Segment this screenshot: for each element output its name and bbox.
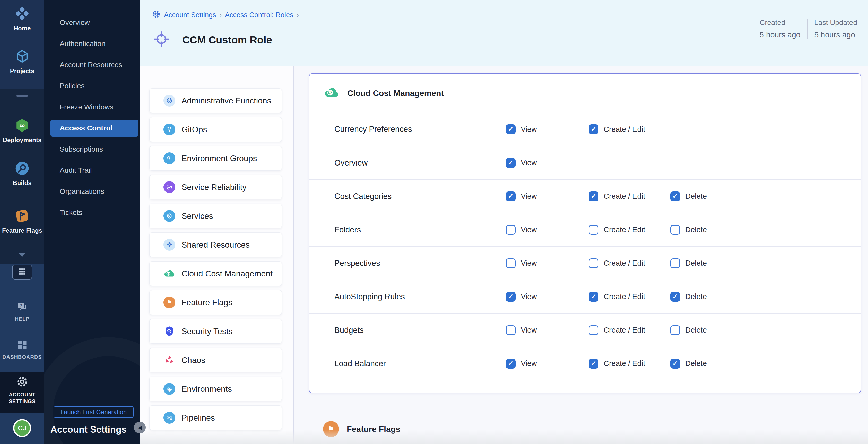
user-menu[interactable]: CJ	[0, 419, 44, 437]
nav-account-settings[interactable]: ACCOUNT SETTINGS	[0, 376, 44, 405]
sidebar-item-policies[interactable]: Policies	[44, 75, 140, 97]
checkbox-create-edit-checked[interactable]: ✓	[589, 124, 598, 134]
created-label: Created	[760, 19, 800, 27]
sidebar-item-access-control[interactable]: Access Control	[51, 120, 138, 137]
nav-deployments-label: Deployments	[3, 136, 42, 144]
checkbox-view-checked[interactable]: ✓	[506, 191, 516, 201]
breadcrumb-separator: ›	[220, 11, 222, 19]
checkbox-delete-unchecked[interactable]	[670, 258, 680, 268]
category-card-feature-flags[interactable]: ⚑Feature Flags	[149, 290, 282, 315]
permission-name: AutoStopping Rules	[334, 292, 506, 302]
sidebar-item-authentication[interactable]: Authentication	[44, 33, 140, 54]
checkbox-view-checked[interactable]: ✓	[506, 359, 516, 369]
sidebar-item-organizations[interactable]: Organizations	[44, 181, 140, 202]
category-card-environments[interactable]: ◈Environments	[149, 377, 282, 401]
sidebar-item-subscriptions[interactable]: Subscriptions	[44, 139, 140, 160]
category-label: Environment Groups	[182, 154, 257, 163]
checkbox-label: Delete	[685, 326, 707, 335]
permission-row-overview: Overview✓View	[309, 146, 861, 180]
checkbox-view-unchecked[interactable]	[506, 325, 516, 335]
category-card-security-tests[interactable]: Security Tests	[149, 319, 282, 344]
category-card-services[interactable]: Services	[149, 203, 282, 228]
permission-name: Perspectives	[334, 259, 506, 268]
sidebar-item-account-resources[interactable]: Account Resources	[44, 54, 140, 75]
cloud-cost-management-panel: $ Cloud Cost Management Currency Prefere…	[309, 73, 861, 393]
launch-first-generation-button[interactable]: Launch First Generation	[54, 406, 133, 418]
category-label: Shared Resources	[182, 240, 250, 250]
permission-name: Currency Preferences	[334, 125, 506, 134]
hexagon-nut-icon	[163, 210, 175, 222]
avatar[interactable]: CJ	[13, 419, 31, 437]
checkbox-create-edit-unchecked[interactable]	[589, 225, 598, 235]
rail-drag-handle[interactable]	[17, 95, 28, 97]
checkbox-label: Delete	[685, 292, 707, 301]
category-card-shared-resources[interactable]: ❖Shared Resources	[149, 232, 282, 257]
category-card-chaos[interactable]: Chaos	[149, 348, 282, 373]
permission-cell-view: View	[506, 258, 589, 268]
permission-row-autostopping-rules: AutoStopping Rules✓View✓Create / Edit✓De…	[309, 280, 861, 313]
permission-cell-create-edit: ✓Create / Edit	[589, 191, 670, 201]
category-card-administrative-functions[interactable]: Administrative Functions	[149, 88, 282, 113]
svg-text:∞: ∞	[20, 121, 25, 129]
svg-text:?: ?	[20, 303, 22, 308]
permission-row-perspectives: PerspectivesViewCreate / EditDelete	[309, 246, 861, 280]
sidebar-item-tickets[interactable]: Tickets	[44, 202, 140, 223]
git-branch-icon	[163, 124, 175, 135]
category-card-gitops[interactable]: GitOps	[149, 117, 282, 142]
grid-icon	[18, 268, 26, 277]
category-card-cloud-cost-management[interactable]: $Cloud Cost Management	[149, 261, 282, 286]
diamond-cluster-icon: ❖	[163, 239, 175, 251]
category-card-pipelines[interactable]: Pipelines	[149, 405, 282, 430]
role-target-icon	[153, 30, 170, 49]
nav-home-label: Home	[13, 25, 31, 32]
checkbox-label: Create / Edit	[603, 125, 645, 134]
checkbox-create-edit-checked[interactable]: ✓	[589, 191, 598, 201]
panel-header: $ Cloud Cost Management	[309, 74, 861, 113]
checkbox-view-checked[interactable]: ✓	[506, 158, 516, 168]
sidebar-collapse-button[interactable]: ◀	[134, 422, 146, 434]
checkbox-delete-unchecked[interactable]	[670, 225, 680, 235]
checkbox-delete-unchecked[interactable]	[670, 325, 680, 335]
nav-deployments[interactable]: ∞ Deployments	[0, 118, 44, 144]
chevron-left-icon: ◀	[138, 424, 142, 431]
sidebar-item-overview[interactable]: Overview	[44, 12, 140, 33]
checkbox-create-edit-unchecked[interactable]	[589, 325, 598, 335]
checkbox-delete-checked[interactable]: ✓	[670, 359, 680, 369]
nav-dashboards[interactable]: DASHBOARDS	[0, 339, 44, 360]
checkbox-view-unchecked[interactable]	[506, 258, 516, 268]
checkbox-create-edit-checked[interactable]: ✓	[589, 359, 598, 369]
nav-projects-label: Projects	[10, 67, 34, 75]
help-chat-icon: ?	[16, 300, 28, 314]
permission-row-budgets: BudgetsViewCreate / EditDelete	[309, 313, 861, 347]
permissions-area: $ Cloud Cost Management Currency Prefere…	[294, 66, 868, 444]
breadcrumb-access-control-roles[interactable]: Access Control: Roles	[225, 11, 293, 19]
checkbox-delete-checked[interactable]: ✓	[670, 292, 680, 302]
nav-projects[interactable]: Projects	[0, 49, 44, 75]
builds-magnifier-icon	[15, 161, 30, 177]
permission-name: Load Balancer	[334, 359, 506, 368]
checkbox-view-checked[interactable]: ✓	[506, 124, 516, 134]
nav-home[interactable]: Home	[0, 6, 44, 32]
sidebar-item-freeze-windows[interactable]: Freeze Windows	[44, 97, 140, 118]
home-icon	[15, 6, 30, 22]
checkbox-create-edit-checked[interactable]: ✓	[589, 292, 598, 302]
nav-builds[interactable]: Builds	[0, 161, 44, 187]
permission-cell-view: ✓View	[506, 359, 589, 369]
pipeline-nodes-icon	[163, 412, 175, 424]
category-card-service-reliability[interactable]: Service Reliability	[149, 175, 282, 199]
checkbox-create-edit-unchecked[interactable]	[589, 258, 598, 268]
nav-feature-flags[interactable]: Feature Flags	[0, 209, 44, 234]
checkbox-delete-checked[interactable]: ✓	[670, 191, 680, 201]
checkbox-view-unchecked[interactable]	[506, 225, 516, 235]
category-card-environment-groups[interactable]: Environment Groups	[149, 146, 282, 171]
nav-help[interactable]: ? HELP	[0, 300, 44, 322]
checkbox-label: View	[521, 326, 537, 335]
rail-expand-modules[interactable]	[0, 253, 44, 257]
sidebar-item-audit-trail[interactable]: Audit Trail	[44, 160, 140, 181]
breadcrumb-separator: ›	[297, 11, 299, 19]
breadcrumb-account-settings[interactable]: Account Settings	[164, 11, 216, 19]
permission-cell-view: ✓View	[506, 292, 589, 302]
checkbox-view-checked[interactable]: ✓	[506, 292, 516, 302]
module-selector[interactable]	[0, 264, 44, 280]
feature-flags-section-header: ⚑ Feature Flags	[309, 421, 861, 437]
